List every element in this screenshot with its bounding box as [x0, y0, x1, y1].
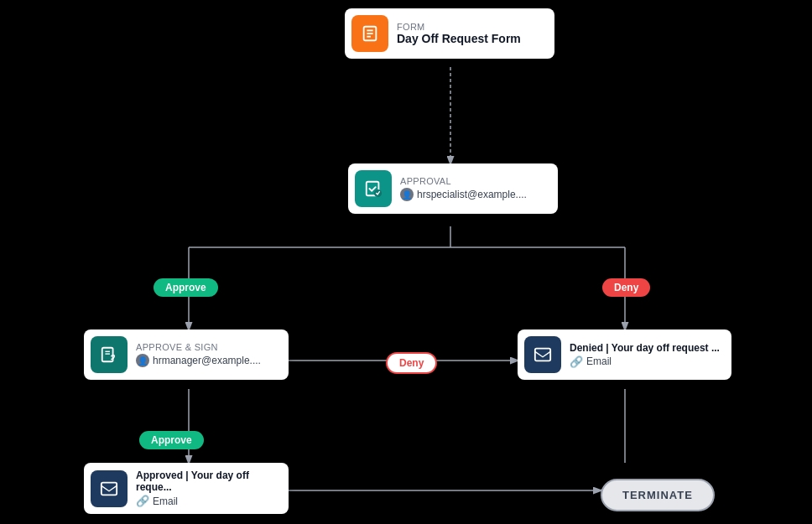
form-content: Form Day Off Request Form — [397, 22, 521, 45]
approved-email-node[interactable]: Approved | Your day off reque... 🔗 Email — [84, 463, 289, 514]
flow-diagram: Form Day Off Request Form Approval 👤 hrs… — [0, 0, 812, 524]
approve-sign-content: Approve & Sign 👤 hrmanager@example.... — [136, 342, 261, 367]
terminate-node[interactable]: TERMINATE — [601, 479, 715, 511]
denied-email-node[interactable]: Denied | Your day off request ... 🔗 Emai… — [518, 329, 731, 380]
approval-content: Approval 👤 hrspecialist@example.... — [400, 176, 527, 201]
denied-email-icon — [524, 336, 561, 373]
form-title: Day Off Request Form — [397, 32, 521, 45]
form-node[interactable]: Form Day Off Request Form — [345, 8, 554, 59]
approval-icon — [355, 170, 392, 207]
svg-rect-22 — [102, 482, 117, 495]
approve-sign-node[interactable]: Approve & Sign 👤 hrmanager@example.... — [84, 329, 289, 380]
approve-sign-icon — [91, 336, 128, 373]
form-type-label: Form — [397, 22, 521, 32]
svg-rect-21 — [535, 349, 550, 361]
approve-badge-bottom[interactable]: Approve — [139, 431, 204, 449]
approve-sign-label: Approve & Sign — [136, 342, 261, 352]
approval-type-label: Approval — [400, 176, 527, 186]
approve-sign-email: 👤 hrmanager@example.... — [136, 354, 261, 367]
connection-lines — [0, 0, 812, 524]
deny-badge-middle[interactable]: Deny — [386, 352, 437, 374]
link-icon: 🔗 — [570, 355, 583, 368]
form-icon — [351, 15, 388, 52]
approved-email-content: Approved | Your day off reque... 🔗 Email — [136, 470, 277, 507]
approval-email: 👤 hrspecialist@example.... — [400, 188, 527, 201]
denied-email-title: Denied | Your day off request ... — [570, 342, 720, 354]
user-avatar-icon: 👤 — [400, 188, 414, 201]
approved-email-title: Approved | Your day off reque... — [136, 470, 277, 493]
denied-email-content: Denied | Your day off request ... 🔗 Emai… — [570, 342, 720, 368]
user-avatar-icon-2: 👤 — [136, 354, 149, 367]
denied-email-subtitle: 🔗 Email — [570, 355, 720, 368]
approval-node[interactable]: Approval 👤 hrspecialist@example.... — [348, 163, 558, 214]
deny-badge-right[interactable]: Deny — [602, 278, 650, 297]
terminate-label: TERMINATE — [622, 489, 693, 501]
approved-email-subtitle: 🔗 Email — [136, 495, 277, 507]
link-icon-2: 🔗 — [136, 495, 149, 507]
approved-email-icon — [91, 470, 128, 507]
approve-badge-left[interactable]: Approve — [154, 278, 218, 297]
